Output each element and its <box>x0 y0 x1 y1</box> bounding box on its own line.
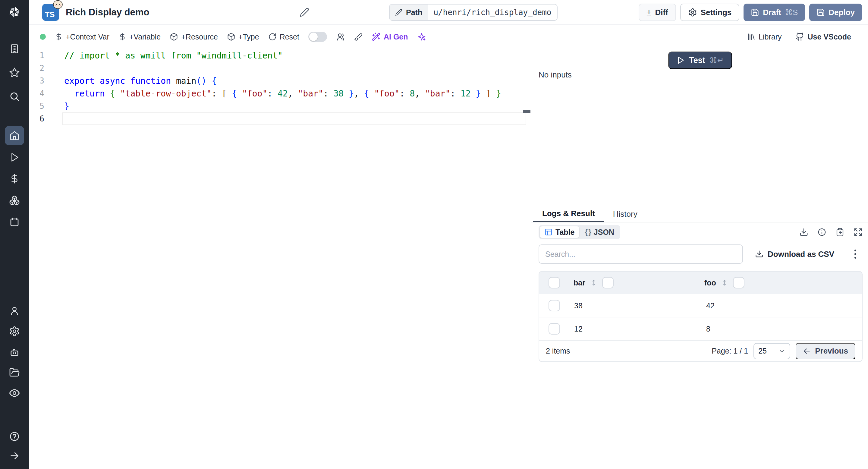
select-all-checkbox[interactable] <box>549 277 560 288</box>
code-token: function <box>130 76 171 86</box>
table-cell: 8 <box>700 317 862 340</box>
code-text[interactable]: // import * as wmill from "windmill-clie… <box>62 49 526 62</box>
code-line[interactable]: 5} <box>29 100 531 113</box>
code-token: "table-row-object" <box>120 89 211 99</box>
home-icon[interactable] <box>9 130 20 141</box>
reset-button[interactable]: Reset <box>268 33 299 41</box>
user-icon[interactable] <box>9 306 20 316</box>
code-token <box>115 89 120 99</box>
search-input[interactable] <box>538 245 743 264</box>
code-token: : <box>267 89 278 99</box>
test-shortcut: ⌘↵ <box>710 56 724 65</box>
boxes-icon[interactable] <box>9 195 20 206</box>
collaborators-button[interactable] <box>336 32 345 41</box>
play-icon[interactable] <box>9 152 20 162</box>
robot-icon[interactable] <box>9 347 20 357</box>
code-token: : <box>400 89 410 99</box>
status-dot <box>40 34 46 40</box>
brush-icon <box>354 33 363 41</box>
table-row[interactable]: 3842 <box>539 294 862 317</box>
calendar-icon[interactable] <box>9 217 20 227</box>
tab-logs-result-label: Logs & Result <box>542 209 595 218</box>
diff-mode-toggle[interactable] <box>308 32 327 42</box>
view-json-button[interactable]: { } JSON <box>580 226 619 238</box>
code-editor[interactable]: 1// import * as wmill from "windmill-cli… <box>29 49 531 469</box>
building-icon[interactable] <box>9 43 20 54</box>
path-button[interactable]: Path u/henri/rich_display_demo <box>389 4 558 21</box>
row-checkbox[interactable] <box>549 323 560 335</box>
sort-icon[interactable] <box>590 279 597 286</box>
star-icon[interactable] <box>9 67 20 78</box>
download-csv-button[interactable]: Download as CSV <box>755 250 834 259</box>
table-menu-kebab-icon[interactable] <box>850 248 861 260</box>
code-token: { <box>212 76 217 86</box>
add-type-label: +Type <box>239 33 259 41</box>
code-token <box>125 76 130 86</box>
column-filter-checkbox[interactable] <box>733 277 744 288</box>
code-text[interactable] <box>62 62 526 74</box>
code-line[interactable]: 4 return { "table-row-object": [ { "foo"… <box>29 87 531 100</box>
bun-emoji-icon <box>53 0 63 9</box>
view-table-button[interactable]: Table <box>540 226 579 238</box>
column-header-foo[interactable]: foo <box>704 279 716 287</box>
code-token: : <box>212 89 222 99</box>
ai-gen-button[interactable]: AI Gen <box>372 32 408 41</box>
diff-button[interactable]: ± Diff <box>639 4 676 21</box>
help-icon[interactable] <box>9 431 20 442</box>
table-row[interactable]: 128 <box>539 317 862 340</box>
code-line[interactable]: 1// import * as wmill from "windmill-cli… <box>29 49 531 62</box>
code-text[interactable]: export async function main() { <box>62 74 526 87</box>
column-filter-checkbox[interactable] <box>602 277 614 288</box>
library-button[interactable]: Library <box>747 33 781 41</box>
editor-scroll-marker[interactable] <box>523 110 530 113</box>
code-line[interactable]: 2 <box>29 62 531 74</box>
add-context-var-button[interactable]: +Context Var <box>55 33 110 41</box>
settings-button[interactable]: Settings <box>680 4 740 21</box>
previous-page-button[interactable]: Previous <box>796 343 855 359</box>
test-button[interactable]: Test ⌘↵ <box>668 52 732 69</box>
download-result-icon[interactable] <box>799 227 808 237</box>
row-checkbox[interactable] <box>549 300 560 311</box>
package-icon <box>170 33 178 41</box>
code-line[interactable]: 3export async function main() { <box>29 74 531 87</box>
draft-button[interactable]: Draft ⌘S <box>744 4 805 21</box>
add-variable-button[interactable]: +Variable <box>119 33 161 41</box>
eye-icon[interactable] <box>9 387 20 399</box>
code-token <box>105 89 110 99</box>
windmill-logo-icon[interactable] <box>7 5 22 19</box>
column-header-bar[interactable]: bar <box>574 279 585 287</box>
edit-title-pencil-icon[interactable] <box>300 7 309 17</box>
add-resource-button[interactable]: +Resource <box>170 33 218 41</box>
ai-sparkles-button[interactable] <box>417 32 426 41</box>
dollar-icon[interactable] <box>9 174 20 184</box>
clipboard-copy-icon[interactable] <box>835 227 844 237</box>
expand-icon[interactable] <box>854 227 863 237</box>
code-text[interactable]: } <box>62 100 526 113</box>
code-text[interactable] <box>62 113 526 125</box>
run-panel: Test ⌘↵ No inputs Logs & Result History … <box>531 49 868 469</box>
code-text[interactable]: return { "table-row-object": [ { "foo": … <box>62 87 526 100</box>
sort-icon[interactable] <box>721 279 728 286</box>
folder-open-icon[interactable] <box>9 367 20 378</box>
line-number: 3 <box>29 76 44 85</box>
search-icon[interactable] <box>9 91 20 102</box>
dollar-icon <box>119 33 126 41</box>
format-brush-button[interactable] <box>354 33 363 41</box>
code-token: , <box>288 89 298 99</box>
tab-logs-result[interactable]: Logs & Result <box>533 206 604 222</box>
info-icon[interactable] <box>817 227 827 237</box>
code-line[interactable]: 6 <box>29 113 531 125</box>
gear-icon[interactable] <box>9 326 20 337</box>
table-header: bar foo <box>539 272 862 294</box>
line-number: 5 <box>29 101 44 111</box>
arrow-right-icon[interactable] <box>9 450 20 461</box>
save-icon <box>751 8 759 17</box>
deploy-button[interactable]: Deploy <box>809 4 862 21</box>
code-rows: 1// import * as wmill from "windmill-cli… <box>29 49 531 125</box>
table-footer: 2 items Page: 1 / 1 25 <box>539 340 862 362</box>
code-token: } <box>349 89 354 99</box>
tab-history[interactable]: History <box>604 206 647 222</box>
add-type-button[interactable]: +Type <box>227 33 259 41</box>
use-vscode-button[interactable]: Use VScode <box>795 32 851 41</box>
page-size-select[interactable]: 25 <box>753 343 790 359</box>
